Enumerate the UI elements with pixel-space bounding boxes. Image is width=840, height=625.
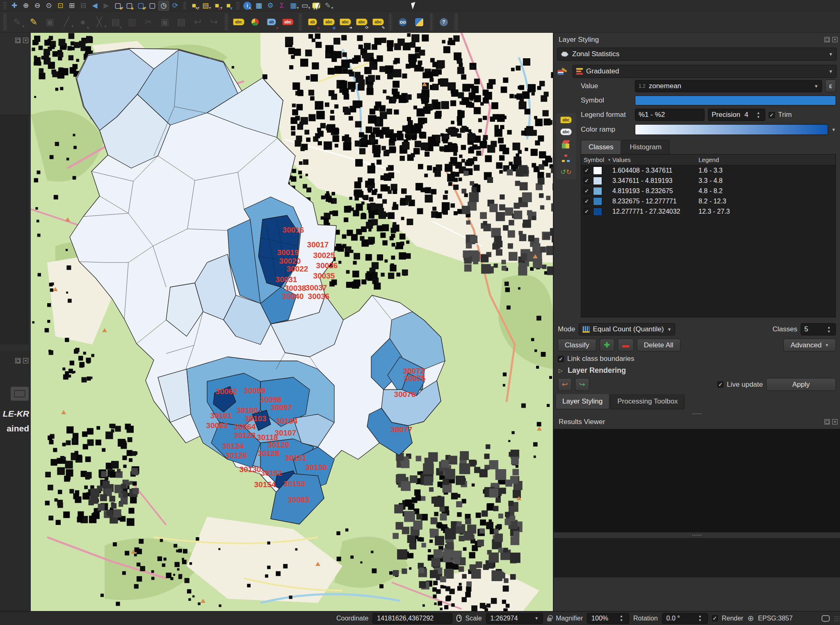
python-console-icon[interactable] xyxy=(412,14,427,30)
class-row[interactable]: ✓1.604408 - 3.3476111.6 - 3.3 xyxy=(581,165,835,176)
panel-float-icon[interactable] xyxy=(824,37,830,42)
scale-lock-icon[interactable] xyxy=(547,618,552,621)
highlight-pinned-labels-icon[interactable]: abc xyxy=(281,14,295,30)
measure-icon[interactable]: ▭▼ xyxy=(299,1,310,11)
rotation-spinner[interactable]: 0.0 ° ▲▼ xyxy=(662,613,708,624)
masks-tab-icon[interactable]: abc xyxy=(560,128,571,135)
options-gear-icon[interactable]: ⚙ xyxy=(265,1,276,11)
class-color-swatch[interactable] xyxy=(593,187,602,195)
toolbar-handle[interactable] xyxy=(183,1,186,10)
identify-features-icon[interactable]: i↖ xyxy=(242,1,253,11)
digitize-polygon-icon[interactable]: ●★ xyxy=(75,14,90,30)
layer-rendering-section[interactable]: Layer Rendering xyxy=(568,366,626,375)
zoom-last-icon[interactable]: ◀ xyxy=(89,1,100,11)
copy-features-icon[interactable]: ▣ xyxy=(158,14,172,30)
zoom-out-icon[interactable]: ⊖ xyxy=(32,1,43,11)
zoom-native-icon[interactable]: ⊙ xyxy=(43,1,54,11)
new-3d-map-view-icon[interactable]: ▢★ xyxy=(124,1,135,11)
pan-map-icon[interactable]: ✚ xyxy=(9,1,20,11)
move-label-icon[interactable]: abc➜ xyxy=(338,14,353,30)
splitter-handle[interactable] xyxy=(554,534,840,536)
tab-classes[interactable]: Classes xyxy=(581,140,621,154)
toolbar-handle[interactable] xyxy=(3,1,7,10)
mouse-position-icon[interactable] xyxy=(457,615,461,622)
coordinate-input[interactable]: 14181626,4367292 xyxy=(372,613,452,624)
class-visibility-checkbox[interactable]: ✓ xyxy=(584,188,590,194)
paste-features-icon[interactable]: ▤ xyxy=(174,14,189,30)
attribute-table-icon[interactable]: ▦▼ xyxy=(288,1,299,11)
panel-float-icon[interactable] xyxy=(15,358,21,363)
classify-button[interactable]: Classify xyxy=(558,339,596,351)
magnifier-spinner[interactable]: 100% ▲▼ xyxy=(587,613,629,624)
panel-close-icon[interactable]: × xyxy=(23,38,28,43)
remove-class-button[interactable]: ▬ xyxy=(618,339,634,351)
current-edits-icon[interactable]: ✎▼ xyxy=(10,14,25,30)
temporal-controller-icon[interactable]: ◷ xyxy=(158,1,169,11)
metasearch-icon[interactable]: oo xyxy=(395,14,410,30)
expander-arrow-icon[interactable]: ▷ xyxy=(559,367,563,374)
render-checkbox[interactable]: ✓ xyxy=(712,615,718,621)
messages-icon[interactable] xyxy=(822,615,830,622)
pin-labels-icon[interactable]: ab● xyxy=(264,14,279,30)
precision-spinner[interactable]: Precision 4 ▲▼ xyxy=(708,109,765,121)
layer-diagram-icon[interactable] xyxy=(248,14,262,30)
zoom-to-layer-icon[interactable]: ⊞ xyxy=(66,1,77,11)
show-hidden-labels-icon[interactable]: abc◉ xyxy=(322,14,336,30)
class-row[interactable]: ✓4.819193 - 8.2326754.8 - 8.2 xyxy=(581,186,835,196)
toolbar-handle[interactable] xyxy=(389,14,392,30)
class-row[interactable]: ✓3.347611 - 4.8191933.3 - 4.8 xyxy=(581,176,835,186)
annotations-icon[interactable]: ✎▼ xyxy=(322,1,333,11)
dock-tab-layer-styling[interactable]: Layer Styling xyxy=(555,394,609,409)
toggle-editing-icon[interactable]: ✎ xyxy=(26,14,41,30)
legend-format-input[interactable]: %1 - %2 xyxy=(635,109,705,121)
refresh-map-icon[interactable]: ⟳ xyxy=(170,1,180,11)
advanced-button[interactable]: Advanced ▼ xyxy=(783,339,836,351)
class-row[interactable]: ✓8.232675 - 12.2777718.2 - 12.3 xyxy=(581,196,835,206)
select-by-value-icon[interactable]: ▤▼ xyxy=(200,1,211,11)
3d-view-tab-icon[interactable] xyxy=(562,140,571,149)
class-row[interactable]: ✓12.277771 - 27.32403212.3 - 27.3 xyxy=(581,206,835,217)
panel-close-icon[interactable]: × xyxy=(832,37,838,42)
zoom-in-icon[interactable]: ⊕ xyxy=(21,1,31,11)
select-features-icon[interactable]: ■↖▼ xyxy=(189,1,199,11)
layer-labeling-icon[interactable]: abc xyxy=(231,14,246,30)
statistical-summary-icon[interactable]: Σ xyxy=(276,1,287,11)
dock-tab-processing-toolbox[interactable]: Processing Toolbox xyxy=(610,394,685,409)
delete-selected-icon[interactable]: ▥ xyxy=(125,14,139,30)
data-defined-override-button[interactable]: ε xyxy=(825,80,836,92)
cut-features-icon[interactable]: ✂ xyxy=(141,14,156,30)
digitize-line-icon[interactable]: ╱▼ xyxy=(59,14,74,30)
undo-style-button[interactable]: ↩ xyxy=(558,378,572,391)
redo-icon[interactable]: ↪ xyxy=(207,14,221,30)
classes-table-header[interactable]: Symbol ▼ Values Legend xyxy=(581,155,835,165)
labels-tab-icon[interactable]: abc xyxy=(560,116,571,123)
value-field-combo[interactable]: 1.2 zonemean ▼ xyxy=(635,80,822,92)
vertex-tool-icon[interactable]: ╳▼ xyxy=(92,14,107,30)
help-icon[interactable]: ? xyxy=(436,14,451,30)
deselect-features-icon[interactable]: ■∅▼ xyxy=(212,1,222,11)
class-color-swatch[interactable] xyxy=(593,177,602,185)
toolbar-handle[interactable] xyxy=(3,14,7,30)
tab-histogram[interactable]: Histogram xyxy=(622,140,669,154)
undo-icon[interactable]: ↩ xyxy=(190,14,205,30)
panel-float-icon[interactable] xyxy=(824,419,830,424)
class-color-swatch[interactable] xyxy=(593,197,602,205)
add-class-button[interactable]: ✚ xyxy=(600,339,614,351)
trim-checkbox[interactable]: ✓ xyxy=(769,112,775,118)
mode-select[interactable]: Equal Count (Quantile) ▼ xyxy=(579,323,676,335)
resize-grip[interactable] xyxy=(834,616,839,621)
apply-button[interactable]: Apply xyxy=(766,378,836,391)
redo-style-button[interactable]: ↪ xyxy=(575,378,589,391)
toolbar-handle[interactable] xyxy=(225,14,228,30)
class-visibility-checkbox[interactable]: ✓ xyxy=(584,178,590,184)
toolbar-handle[interactable] xyxy=(299,14,302,30)
field-calculator-icon[interactable]: ▦ xyxy=(253,1,264,11)
zoom-next-icon[interactable]: ▶ xyxy=(101,1,112,11)
live-update-checkbox[interactable]: ✓ xyxy=(717,381,724,388)
new-map-view-icon[interactable]: ▢★▼ xyxy=(112,1,123,11)
toolbar-handle[interactable] xyxy=(454,14,458,30)
color-ramp-button[interactable] xyxy=(635,124,828,135)
change-label-icon[interactable]: abc✎ xyxy=(371,14,386,30)
crs-indicator[interactable]: EPSG:3857 xyxy=(758,615,793,622)
renderer-select[interactable]: Graduated ▼ xyxy=(573,65,837,78)
